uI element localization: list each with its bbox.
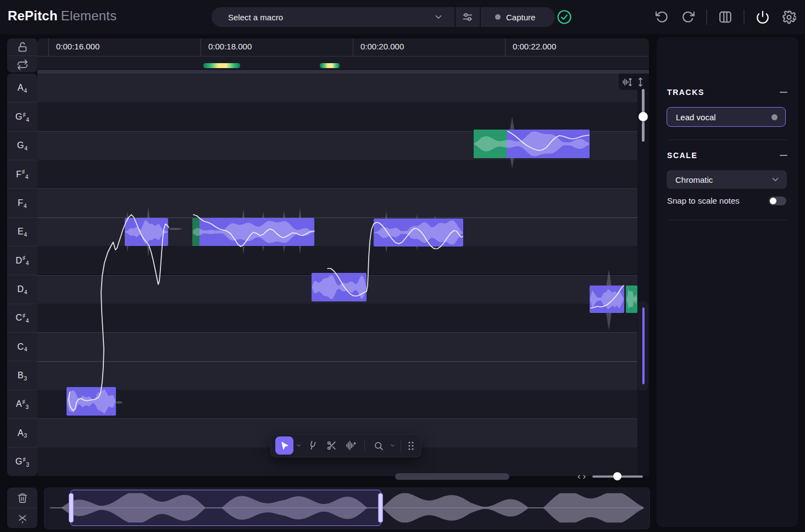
snap-toggle[interactable]	[769, 197, 786, 205]
grid-side-buttons	[7, 38, 37, 72]
toolbar-drag-handle[interactable]	[406, 436, 417, 455]
grip-dots-icon	[407, 441, 415, 451]
brand-name: RePitch	[8, 8, 58, 23]
topbar: RePitchElements Select a macro Capture	[0, 0, 805, 34]
note-block-D4[interactable]	[626, 285, 637, 313]
cursor-icon	[280, 441, 290, 451]
pitch-label-F4: F4	[7, 188, 37, 217]
timeline-label: 0:00:20.000	[360, 42, 404, 51]
pitch-label-Ds4: D♯4	[7, 246, 37, 275]
capture-label: Capture	[506, 13, 535, 22]
analysis-marker-strip	[37, 57, 649, 69]
zoom-tool-button[interactable]	[369, 436, 387, 455]
right-panel: TRACKS Lead vocal SCALE Chromatic Snap t…	[657, 37, 798, 527]
tracks-section-header: TRACKS	[667, 88, 787, 97]
zoom-tool-options[interactable]	[388, 436, 396, 455]
power-icon	[756, 10, 770, 24]
scissors-icon	[326, 440, 337, 451]
divider	[364, 440, 365, 452]
capture-dot-icon	[495, 14, 501, 20]
overview-side-buttons	[7, 488, 37, 528]
pitch-label-Fs4: F♯4	[7, 160, 37, 188]
scale-selected-value: Chromatic	[675, 175, 713, 184]
gear-icon	[782, 10, 796, 25]
collapse-tracks-icon[interactable]	[780, 92, 787, 93]
sliders-icon	[462, 11, 474, 23]
scale-section-header: SCALE	[667, 151, 787, 160]
analysis-marker	[203, 63, 240, 68]
horizontal-resize-icon	[577, 472, 586, 481]
select-tool-options[interactable]	[295, 436, 302, 455]
horizontal-zoom-knob[interactable]	[613, 472, 621, 480]
track-item-lead-vocal[interactable]: Lead vocal	[667, 107, 786, 127]
pitch-label-G4: G4	[7, 131, 37, 160]
undo-icon	[655, 10, 669, 24]
tracks-title: TRACKS	[667, 88, 704, 97]
transient-tail	[115, 401, 123, 404]
cut-button[interactable]	[7, 508, 37, 529]
loop-button[interactable]	[7, 55, 37, 73]
timeline-ruler[interactable]: 0:00:16.0000:00:18.0000:00:20.0000:00:22…	[37, 38, 649, 57]
horizontal-scrollbar[interactable]	[395, 473, 509, 480]
transient-tail	[167, 228, 183, 230]
note-block-D4[interactable]	[312, 273, 367, 301]
scale-dropdown[interactable]: Chromatic	[667, 170, 787, 189]
timeline-label: 0:00:18.000	[208, 42, 252, 51]
capture-button[interactable]: Capture	[481, 7, 555, 27]
selection-left-handle[interactable]	[69, 493, 74, 523]
track-name: Lead vocal	[676, 113, 716, 122]
lock-button[interactable]	[7, 38, 37, 55]
pitch-label-Gs3: G♯3	[7, 447, 37, 475]
pitch-label-C4: C4	[7, 332, 37, 361]
pitch-label-Gs4: G♯4	[7, 102, 37, 131]
selection-right-handle[interactable]	[378, 493, 383, 523]
snap-to-scale-row: Snap to scale notes	[667, 196, 786, 205]
analysis-marker	[320, 63, 340, 68]
pitch-label-B3: B3	[7, 361, 37, 389]
grid-top-strip	[37, 70, 649, 74]
overview-strip[interactable]	[44, 488, 650, 529]
power-button[interactable]	[756, 10, 770, 24]
note-editor-canvas[interactable]	[37, 74, 637, 476]
note-block-D4[interactable]	[590, 285, 624, 313]
divider	[401, 440, 401, 452]
vertical-scrollbar-thumb[interactable]	[642, 307, 645, 384]
timeline-tick	[505, 38, 506, 56]
magnifier-icon	[374, 441, 384, 451]
scissors-tool-button[interactable]	[323, 436, 341, 455]
grid-corner-tools	[619, 74, 649, 90]
delete-button[interactable]	[7, 488, 37, 508]
divider	[706, 9, 707, 25]
vertical-zoom-knob[interactable]	[639, 112, 648, 121]
undo-button[interactable]	[654, 10, 669, 24]
select-tool-button[interactable]	[275, 436, 293, 455]
layout-columns-button[interactable]	[718, 10, 732, 24]
timeline-label: 0:00:16.000	[56, 42, 99, 51]
divider	[667, 139, 787, 140]
repitch-window: RePitchElements Select a macro Capture	[0, 0, 805, 532]
collapse-scale-icon[interactable]	[780, 155, 787, 156]
waveform-tool-button[interactable]	[342, 436, 360, 455]
redo-button[interactable]	[681, 10, 695, 24]
pitch-tool-button[interactable]	[303, 436, 321, 455]
divider	[743, 9, 745, 25]
chevron-down-icon	[434, 12, 443, 22]
pitch-label-As3: A♯3	[7, 390, 37, 418]
settings-button[interactable]	[782, 10, 796, 24]
snap-label: Snap to scale notes	[667, 196, 740, 205]
note-block-A#3[interactable]	[66, 387, 116, 416]
macro-config-button[interactable]	[456, 7, 480, 27]
waveform-vzoom-icon[interactable]	[622, 77, 632, 87]
macro-select-dropdown[interactable]: Select a macro	[212, 7, 454, 27]
chevron-down-icon	[296, 443, 302, 449]
vertical-scrollbar[interactable]	[638, 301, 648, 391]
brand-edition: Elements	[61, 8, 117, 23]
timeline-label: 0:00:22.000	[513, 42, 556, 51]
note-block-G4[interactable]	[474, 130, 590, 158]
vertical-expand-icon[interactable]	[635, 77, 646, 87]
tuning-fork-icon	[306, 439, 319, 452]
chevron-down-icon	[770, 175, 780, 184]
app-logo: RePitchElements	[8, 8, 116, 24]
macro-group: Select a macro Capture	[212, 7, 555, 27]
overview-selection[interactable]	[70, 490, 381, 526]
